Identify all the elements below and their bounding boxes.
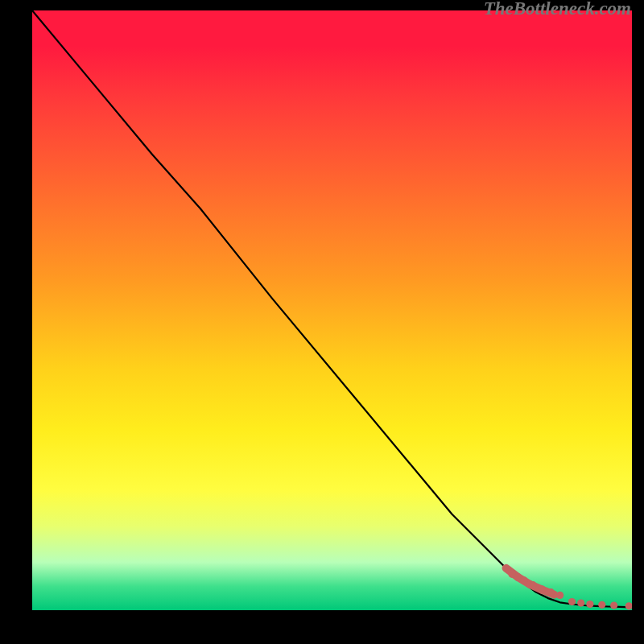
svg-point-14 xyxy=(610,601,617,609)
svg-point-6 xyxy=(529,581,536,588)
svg-point-9 xyxy=(556,592,564,599)
plot-area xyxy=(32,10,632,610)
svg-point-4 xyxy=(508,571,515,578)
svg-point-12 xyxy=(586,601,593,608)
overlay-svg xyxy=(32,10,632,610)
svg-point-10 xyxy=(568,598,576,605)
svg-point-7 xyxy=(539,585,546,592)
data-dots xyxy=(508,571,632,610)
svg-point-8 xyxy=(547,588,555,596)
bottleneck-curve xyxy=(32,10,632,607)
watermark-text: TheBottleneck.com xyxy=(484,0,631,19)
svg-point-5 xyxy=(520,576,527,584)
chart-canvas: TheBottleneck.com xyxy=(0,0,644,644)
svg-point-13 xyxy=(598,601,605,609)
svg-point-11 xyxy=(577,599,584,606)
svg-point-15 xyxy=(625,602,632,609)
